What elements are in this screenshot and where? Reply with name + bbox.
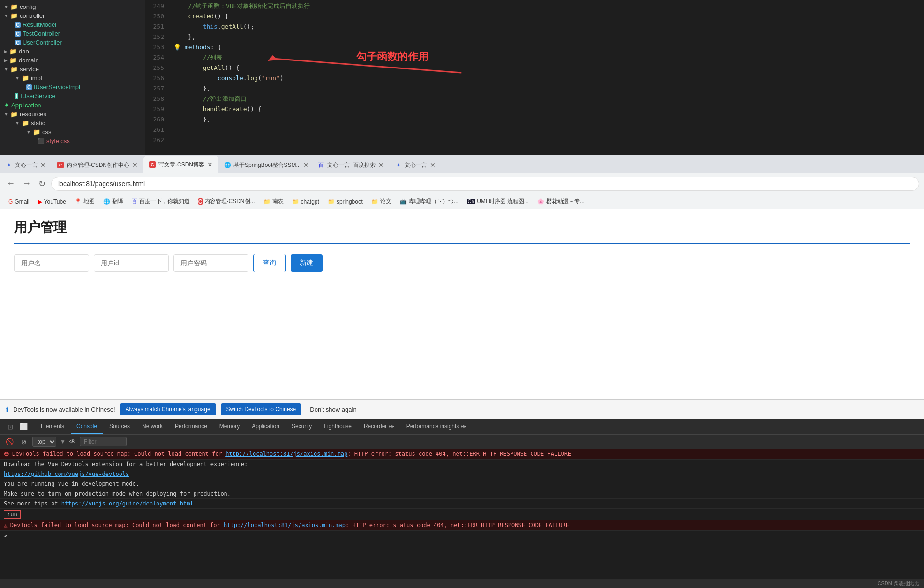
bookmark-uml[interactable]: On UML时序图 流程图... bbox=[463, 196, 533, 206]
tree-label: TestController bbox=[23, 30, 60, 37]
tab-close-button[interactable]: ✕ bbox=[430, 161, 436, 169]
eye-button[interactable]: 👁 bbox=[69, 438, 76, 445]
bookmark-maps[interactable]: 📍 地图 bbox=[71, 196, 98, 206]
arrow-icon: ▼ bbox=[15, 75, 20, 81]
browser-tab-csdn2[interactable]: C 写文章-CSDN博客 ✕ bbox=[143, 156, 218, 173]
deployment-link[interactable]: https://vuejs.org/guide/deployment.html bbox=[61, 500, 194, 507]
uml-icon: On bbox=[467, 199, 475, 204]
tree-item[interactable]: I IUserService bbox=[0, 91, 145, 100]
tree-item[interactable]: ▼ 📁 static bbox=[0, 119, 145, 128]
tab-console[interactable]: Console bbox=[71, 419, 103, 434]
bookmark-chatgpt[interactable]: 📁 chatgpt bbox=[288, 197, 323, 206]
code-line: //弹出添加窗口 bbox=[173, 94, 924, 104]
tree-item[interactable]: C IUserServiceImpl bbox=[0, 83, 145, 91]
bookmark-youtube[interactable]: ▶ YouTube bbox=[34, 197, 70, 206]
devtools-notification: ℹ DevTools is now available in Chinese! … bbox=[0, 399, 924, 419]
maps-icon: 📍 bbox=[75, 198, 82, 205]
tree-item[interactable]: ▼ 📁 config bbox=[0, 2, 145, 11]
console-toolbar: 🚫 ⊘ top ▼ 👁 bbox=[0, 435, 924, 449]
switch-chinese-button[interactable]: Switch DevTools to Chinese bbox=[221, 403, 302, 415]
bookmark-bilibili[interactable]: 📺 哔哩哔哩（ '-'）つ... bbox=[396, 196, 462, 206]
reload-button[interactable]: ↻ bbox=[37, 177, 47, 191]
tab-close-button[interactable]: ✕ bbox=[207, 161, 213, 168]
bookmark-lunwen[interactable]: 📁 论文 bbox=[368, 196, 395, 206]
tab-close-button[interactable]: ✕ bbox=[378, 161, 384, 169]
devtools-device-button[interactable]: ⬜ bbox=[18, 422, 30, 431]
bookmark-nannong[interactable]: 📁 南农 bbox=[260, 196, 287, 206]
browser-tab-springboot[interactable]: 🌐 基于SpringBoot整合SSM... ✕ bbox=[218, 157, 312, 173]
tab-performance[interactable]: Performance bbox=[169, 419, 213, 434]
tab-memory[interactable]: Memory bbox=[214, 419, 245, 434]
tree-item[interactable]: ▶ 📁 dao bbox=[0, 47, 145, 56]
tab-performance-insights[interactable]: Performance insights ⌲ bbox=[401, 419, 472, 434]
tab-favicon: C bbox=[57, 162, 64, 168]
tree-item[interactable]: ▼ 📁 controller bbox=[0, 11, 145, 20]
tab-security[interactable]: Security bbox=[286, 419, 317, 434]
address-bar[interactable] bbox=[51, 177, 919, 191]
no-entry-button[interactable]: ⊘ bbox=[19, 437, 29, 446]
error-link[interactable]: http://localhost:81/js/axios.min.map bbox=[225, 451, 347, 457]
bookmark-label: 樱花动漫－专... bbox=[546, 197, 585, 205]
password-input[interactable] bbox=[173, 254, 248, 272]
tab-lighthouse[interactable]: Lighthouse bbox=[318, 419, 357, 434]
console-filter-input[interactable] bbox=[80, 437, 127, 446]
match-language-button[interactable]: Always match Chrome's language bbox=[120, 403, 216, 415]
tab-recorder[interactable]: Recorder ⌲ bbox=[358, 419, 400, 434]
tab-network[interactable]: Network bbox=[136, 419, 168, 434]
browser-tab-wenxin2[interactable]: ✦ 文心一言 ✕ bbox=[390, 157, 441, 173]
tree-item[interactable]: C ResultModel bbox=[0, 20, 145, 29]
clear-console-button[interactable]: 🚫 bbox=[4, 437, 15, 446]
bookmark-translate[interactable]: 🌐 翻译 bbox=[99, 196, 127, 206]
page-content: 用户管理 查询 新建 bbox=[0, 209, 924, 399]
code-line: console.log("run") bbox=[173, 73, 924, 83]
browser-tab-baidu[interactable]: 百 文心一言_百度搜索 ✕ bbox=[312, 157, 390, 173]
new-button[interactable]: 新建 bbox=[291, 254, 323, 272]
userid-input[interactable] bbox=[94, 254, 169, 272]
tab-close-button[interactable]: ✕ bbox=[40, 161, 46, 169]
devtools-cursor-button[interactable]: ⊡ bbox=[6, 422, 15, 431]
tab-close-button[interactable]: ✕ bbox=[132, 161, 138, 169]
arrow-icon: ▼ bbox=[26, 129, 31, 135]
tree-label: static bbox=[31, 120, 45, 127]
browser-tab-wenxin1[interactable]: ✦ 文心一言 ✕ bbox=[0, 157, 52, 173]
console-level-select[interactable]: top bbox=[32, 437, 56, 447]
tree-item[interactable]: C UserController bbox=[0, 38, 145, 47]
baidu-icon: 百 bbox=[132, 197, 137, 205]
bookmark-sakura[interactable]: 🌸 樱花动漫－专... bbox=[533, 196, 588, 206]
browser-tab-csdn1[interactable]: C 内容管理-CSDN创作中心 ✕ bbox=[52, 157, 143, 173]
tree-item[interactable]: ▼ 📁 css bbox=[0, 128, 145, 136]
tree-item[interactable]: ⬛ style.css bbox=[0, 136, 145, 145]
vue-devtools-link[interactable]: https://github.com/vuejs/vue-devtools bbox=[4, 471, 129, 477]
console-prompt[interactable]: > bbox=[0, 531, 924, 541]
error-link2[interactable]: http://localhost:81/js/axios.min.map bbox=[224, 522, 346, 528]
console-msg-vue3: You are running Vue in development mode. bbox=[0, 479, 924, 489]
bookmark-csdn[interactable]: C 内容管理-CSDN创... bbox=[195, 196, 259, 206]
bookmark-gmail[interactable]: G Gmail bbox=[5, 197, 33, 206]
tree-item-service[interactable]: ▼ 📁 service bbox=[0, 65, 145, 74]
bookmark-springboot[interactable]: 📁 springboot bbox=[324, 197, 367, 206]
username-input[interactable] bbox=[14, 254, 89, 272]
browser: ✦ 文心一言 ✕ C 内容管理-CSDN创作中心 ✕ C 写文章-CSDN博客 … bbox=[0, 155, 924, 588]
folder-icon: 📁 bbox=[22, 75, 29, 82]
tree-item[interactable]: C TestController bbox=[0, 29, 145, 38]
query-button[interactable]: 查询 bbox=[253, 254, 286, 272]
bookmark-label: 论文 bbox=[380, 197, 391, 205]
tree-item[interactable]: ▼ 📁 resources bbox=[0, 110, 145, 119]
browser-toolbar: ← → ↻ bbox=[0, 173, 924, 194]
msg-text: DevTools failed to load source map: Coul… bbox=[10, 522, 569, 528]
folder-icon: 📁 bbox=[371, 198, 378, 205]
tab-elements[interactable]: Elements bbox=[35, 419, 70, 434]
back-button[interactable]: ← bbox=[5, 177, 17, 190]
youtube-icon: ▶ bbox=[38, 198, 42, 205]
tree-item-application[interactable]: ✦ Application bbox=[0, 100, 145, 110]
folder-icon: 📁 bbox=[22, 120, 29, 127]
tab-application[interactable]: Application bbox=[246, 419, 285, 434]
file-tree: ▼ 📁 config ▼ 📁 controller C ResultModel … bbox=[0, 0, 145, 155]
dont-show-button[interactable]: Don't show again bbox=[306, 404, 360, 415]
bookmark-baidu[interactable]: 百 百度一下，你就知道 bbox=[128, 196, 194, 206]
tab-sources[interactable]: Sources bbox=[104, 419, 135, 434]
tab-close-button[interactable]: ✕ bbox=[303, 161, 309, 169]
tree-item[interactable]: ▶ 📁 domain bbox=[0, 56, 145, 65]
forward-button[interactable]: → bbox=[21, 177, 33, 190]
tree-item[interactable]: ▼ 📁 impl bbox=[0, 74, 145, 83]
